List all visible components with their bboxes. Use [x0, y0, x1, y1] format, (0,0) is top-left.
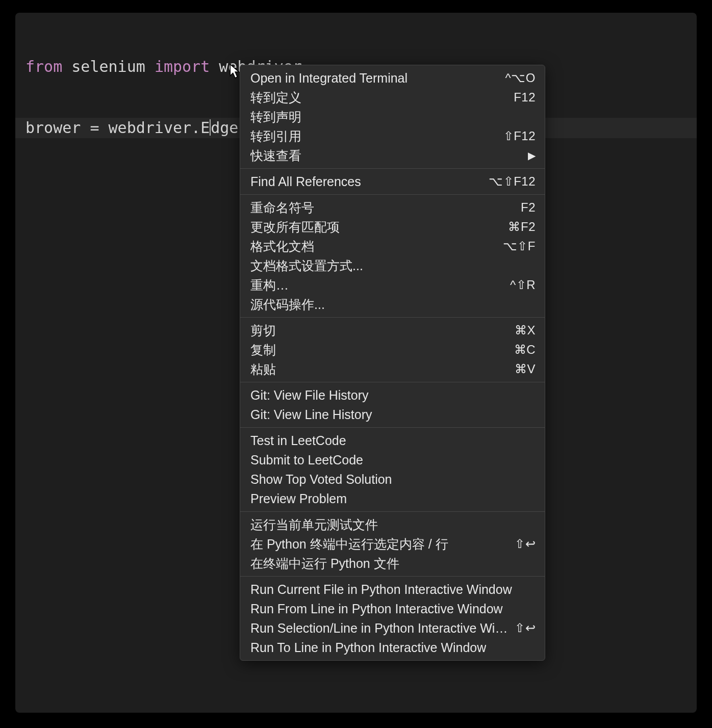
menu-item-label: Show Top Voted Solution: [250, 472, 392, 487]
menu-item[interactable]: Preview Problem: [240, 489, 545, 508]
menu-item-shortcut: ⌘C: [514, 343, 536, 357]
menu-item-label: 转到定义: [250, 89, 301, 106]
module-name: selenium: [71, 58, 145, 75]
menu-item-shortcut: ⇧↩: [515, 621, 536, 635]
menu-item[interactable]: 在 Python 终端中运行选定内容 / 行⇧↩: [240, 534, 545, 554]
menu-item-label: 在终端中运行 Python 文件: [250, 555, 399, 572]
menu-item-shortcut: ⌘F2: [508, 220, 536, 234]
menu-item-shortcut: ⇧F12: [503, 129, 536, 143]
code-text: brower = webdriver.Edge(): [26, 119, 257, 137]
menu-item[interactable]: Run Selection/Line in Python Interactive…: [240, 618, 545, 638]
menu-item-label: 文档格式设置方式...: [250, 257, 363, 274]
menu-separator: [240, 382, 545, 382]
menu-item-label: Run Selection/Line in Python Interactive…: [250, 621, 515, 636]
menu-item-label: 重构…: [250, 277, 289, 294]
menu-item-shortcut: ^⇧R: [510, 278, 536, 292]
menu-item-shortcut: ⌘X: [515, 323, 536, 337]
menu-item[interactable]: Run Current File in Python Interactive W…: [240, 580, 545, 599]
menu-item[interactable]: 在终端中运行 Python 文件: [240, 554, 545, 573]
menu-item[interactable]: Open in Integrated Terminal^⌥O: [240, 68, 545, 88]
menu-item[interactable]: 快速查看▶: [240, 146, 545, 165]
menu-item-label: 运行当前单元测试文件: [250, 516, 378, 533]
menu-item-label: 粘贴: [250, 361, 276, 378]
menu-item-shortcut: ⌥⇧F12: [489, 174, 536, 189]
menu-item[interactable]: 更改所有匹配项⌘F2: [240, 217, 545, 237]
menu-item[interactable]: Find All References⌥⇧F12: [240, 172, 545, 191]
menu-item-label: 转到引用: [250, 128, 301, 145]
menu-item-shortcut: F2: [521, 200, 536, 215]
menu-item-label: Open in Integrated Terminal: [250, 71, 408, 86]
keyword-from: from: [26, 58, 62, 75]
keyword-import: import: [155, 58, 210, 75]
menu-item[interactable]: 源代码操作...: [240, 295, 545, 314]
menu-item-label: Test in LeetCode: [250, 433, 346, 448]
menu-item-label: Run Current File in Python Interactive W…: [250, 582, 512, 597]
menu-item[interactable]: Test in LeetCode: [240, 431, 545, 450]
menu-item-shortcut: ⇧↩: [515, 537, 536, 551]
menu-item[interactable]: Submit to LeetCode: [240, 450, 545, 470]
menu-item-shortcut: ^⌥O: [505, 71, 536, 85]
menu-item-label: Preview Problem: [250, 491, 347, 506]
menu-item-label: 更改所有匹配项: [250, 219, 340, 236]
menu-item-label: 格式化文档: [250, 238, 314, 255]
menu-item[interactable]: Git: View Line History: [240, 405, 545, 424]
menu-item-label: 重命名符号: [250, 199, 314, 216]
menu-item-label: 剪切: [250, 322, 276, 339]
menu-item-label: Find All References: [250, 174, 361, 189]
menu-item-label: 在 Python 终端中运行选定内容 / 行: [250, 536, 448, 553]
menu-item[interactable]: 格式化文档⌥⇧F: [240, 237, 545, 256]
menu-item[interactable]: 运行当前单元测试文件: [240, 515, 545, 534]
menu-item-label: 快速查看: [250, 147, 301, 164]
menu-separator: [240, 511, 545, 512]
menu-item[interactable]: 粘贴⌘V: [240, 359, 545, 379]
menu-item-label: 源代码操作...: [250, 296, 325, 313]
menu-item[interactable]: 重命名符号F2: [240, 198, 545, 217]
context-menu[interactable]: Open in Integrated Terminal^⌥O转到定义F12转到声…: [240, 65, 545, 661]
menu-item-shortcut: F12: [514, 90, 536, 105]
menu-item[interactable]: Git: View File History: [240, 385, 545, 405]
menu-separator: [240, 194, 545, 195]
menu-separator: [240, 427, 545, 428]
menu-item[interactable]: 复制⌘C: [240, 340, 545, 359]
menu-item-shortcut: ⌘V: [515, 362, 536, 376]
menu-item[interactable]: 文档格式设置方式...: [240, 256, 545, 275]
menu-item[interactable]: Run To Line in Python Interactive Window: [240, 638, 545, 657]
menu-item[interactable]: 重构…^⇧R: [240, 275, 545, 295]
menu-item-label: 复制: [250, 342, 276, 358]
menu-item-label: Run To Line in Python Interactive Window: [250, 640, 486, 655]
menu-item[interactable]: 转到定义F12: [240, 88, 545, 107]
menu-separator: [240, 576, 545, 577]
submenu-arrow-icon: ▶: [528, 149, 536, 162]
menu-item[interactable]: 转到声明: [240, 107, 545, 126]
menu-item-shortcut: ⌥⇧F: [503, 239, 536, 253]
menu-item-label: Run From Line in Python Interactive Wind…: [250, 602, 503, 616]
menu-item-label: Git: View File History: [250, 388, 369, 403]
editor-area[interactable]: from selenium import webdriver brower = …: [15, 13, 697, 713]
menu-item-label: Submit to LeetCode: [250, 453, 363, 467]
menu-item[interactable]: 转到引用⇧F12: [240, 126, 545, 146]
text-cursor: [210, 119, 211, 136]
menu-item[interactable]: 剪切⌘X: [240, 321, 545, 340]
menu-separator: [240, 317, 545, 318]
menu-item[interactable]: Show Top Voted Solution: [240, 470, 545, 489]
menu-separator: [240, 168, 545, 169]
menu-item[interactable]: Run From Line in Python Interactive Wind…: [240, 599, 545, 618]
menu-item-label: 转到声明: [250, 109, 301, 125]
menu-item-label: Git: View Line History: [250, 407, 372, 422]
